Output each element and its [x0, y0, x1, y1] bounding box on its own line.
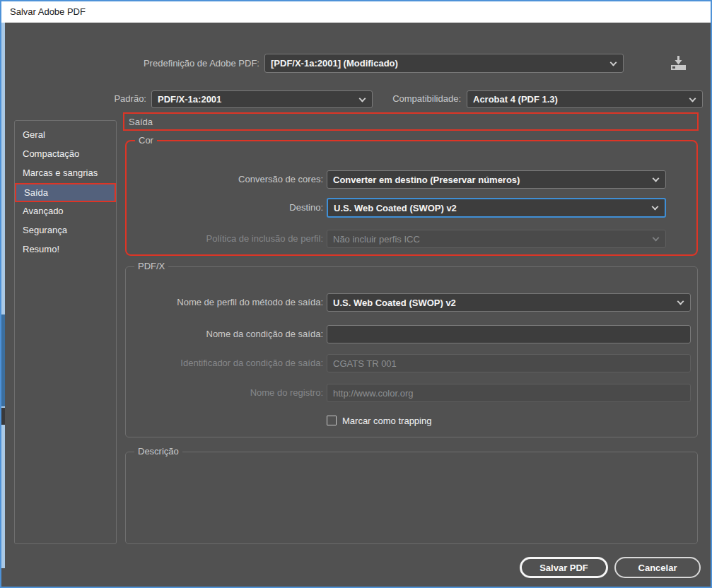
profile-policy-select: Não incluir perfis ICC	[327, 230, 666, 248]
color-group-legend: Cor	[135, 135, 157, 146]
preset-select[interactable]: [PDF/X-1a:2001] (Modificado)	[264, 54, 624, 73]
save-preset-button[interactable]	[665, 54, 693, 74]
chevron-down-icon	[610, 59, 617, 66]
destination-label: Destino:	[132, 202, 323, 213]
output-condition-label: Nome da condição de saída:	[132, 329, 323, 339]
sidebar-item-seguranca[interactable]: Segurança	[15, 221, 116, 240]
output-intent-label: Nome de perfil do método de saída:	[132, 297, 323, 307]
condition-id-value: CGATS TR 001	[333, 358, 397, 369]
title-bar: Salvar Adobe PDF	[1, 1, 711, 23]
preset-value: [PDF/X-1a:2001] (Modificado)	[271, 58, 398, 69]
chevron-down-icon	[652, 204, 659, 211]
output-intent-select[interactable]: U.S. Web Coated (SWOP) v2	[327, 293, 691, 312]
background-scrollbar-notch	[1, 408, 5, 425]
sidebar-item-compactacao[interactable]: Compactação	[15, 145, 116, 164]
destination-select[interactable]: U.S. Web Coated (SWOP) v2	[327, 198, 666, 218]
compatibility-label: Compatibilidade:	[376, 93, 461, 104]
background-scrollbar	[1, 23, 5, 568]
background-scrollbar-thumb	[1, 314, 5, 406]
description-group: Descrição	[125, 452, 698, 544]
sidebar: Geral Compactação Marcas e sangrias Saíd…	[14, 120, 117, 544]
pdfx-group-legend: PDF/X	[134, 261, 168, 271]
section-header: Saída	[123, 112, 699, 131]
registry-value: http://www.color.org	[333, 388, 413, 399]
registry-label: Nome do registro:	[132, 387, 323, 398]
sidebar-item-marcas-e-sangrias[interactable]: Marcas e sangrias	[15, 164, 116, 183]
trapping-checkbox-label[interactable]: Marcar como trapping	[342, 416, 431, 426]
color-conversion-value: Converter em destino (Preservar números)	[333, 175, 520, 185]
sidebar-item-geral[interactable]: Geral	[15, 126, 116, 145]
save-pdf-button[interactable]: Salvar PDF	[520, 557, 608, 578]
color-conversion-select[interactable]: Converter em destino (Preservar números)	[327, 170, 666, 189]
condition-id-field: CGATS TR 001	[327, 354, 691, 372]
compatibility-value: Acrobat 4 (PDF 1.3)	[473, 94, 558, 105]
standard-select[interactable]: PDF/X-1a:2001	[151, 90, 373, 108]
sidebar-item-resumo[interactable]: Resumo!	[15, 240, 116, 259]
pdfx-group: PDF/X	[125, 266, 698, 437]
sidebar-item-avancado[interactable]: Avançado	[15, 202, 116, 221]
sidebar-item-saida[interactable]: Saída	[15, 183, 116, 202]
output-condition-input[interactable]	[327, 325, 691, 343]
cancel-button[interactable]: Cancelar	[614, 557, 701, 578]
chevron-down-icon	[689, 95, 696, 102]
destination-value: U.S. Web Coated (SWOP) v2	[334, 203, 457, 213]
compatibility-select[interactable]: Acrobat 4 (PDF 1.3)	[467, 90, 703, 108]
description-group-legend: Descrição	[134, 446, 182, 457]
chevron-down-icon	[677, 298, 684, 305]
standard-value: PDF/X-1a:2001	[158, 94, 221, 105]
save-adobe-pdf-dialog: Salvar Adobe PDF Predefinição de Adobe P…	[0, 0, 712, 588]
dialog-title: Salvar Adobe PDF	[10, 1, 86, 23]
chevron-down-icon	[653, 235, 660, 242]
profile-policy-label: Política de inclusão de perfil:	[132, 233, 323, 244]
trapping-checkbox[interactable]	[327, 416, 337, 425]
save-preset-icon	[668, 54, 689, 73]
output-intent-value: U.S. Web Coated (SWOP) v2	[333, 298, 456, 308]
standard-label: Padrão:	[72, 93, 146, 104]
preset-label: Predefinição de Adobe PDF:	[16, 58, 259, 69]
registry-field: http://www.color.org	[327, 384, 691, 402]
condition-id-label: Identificador da condição de saída:	[132, 358, 323, 368]
chevron-down-icon	[359, 95, 366, 102]
chevron-down-icon	[653, 175, 660, 182]
section-header-title: Saída	[129, 117, 153, 127]
profile-policy-value: Não incluir perfis ICC	[333, 234, 420, 245]
color-conversion-label: Conversão de cores:	[132, 174, 323, 184]
